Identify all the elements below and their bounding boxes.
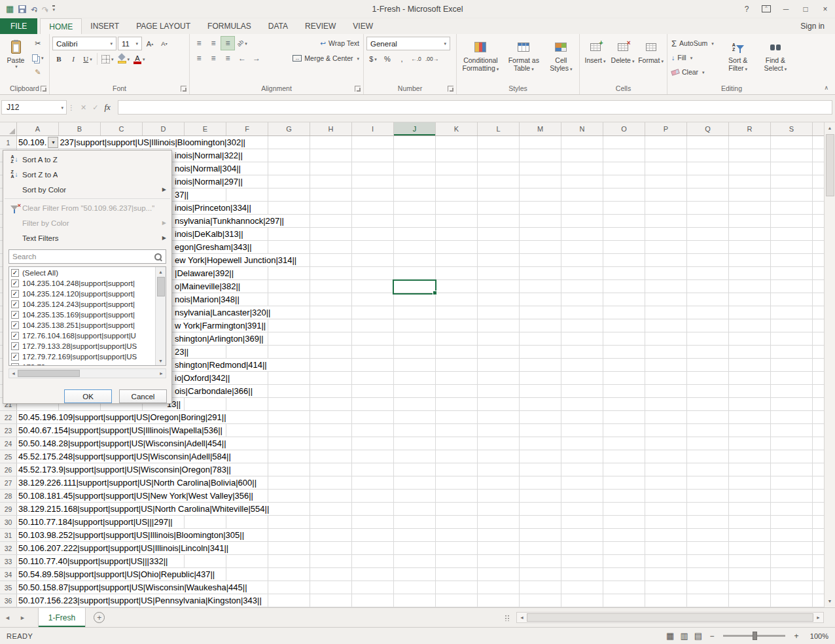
checkbox-checked-icon[interactable]: ✓: [11, 269, 19, 277]
middle-align-button[interactable]: ≡: [207, 37, 220, 50]
column-header-d[interactable]: D: [143, 122, 185, 135]
decrease-font-size-button[interactable]: A▾: [158, 37, 171, 50]
filter-value-item[interactable]: ✓104.235.135.169|support|support|: [10, 310, 154, 320]
checkbox-checked-icon[interactable]: ✓: [11, 300, 19, 308]
selected-cell-j12[interactable]: [393, 279, 436, 295]
ok-button[interactable]: OK: [64, 389, 112, 403]
cell-text[interactable]: 38.129.215.168|support|support|US|North …: [17, 503, 270, 515]
column-header-k[interactable]: K: [436, 122, 478, 135]
filter-value-item[interactable]: ✓104.235.124.243|support|support|: [10, 299, 154, 310]
cell-text[interactable]: 237|support|support|US|Illinois|Blooming…: [58, 136, 247, 149]
select-all-corner[interactable]: [0, 122, 17, 135]
scroll-right-icon[interactable]: ►: [813, 615, 823, 620]
borders-button[interactable]: ▾: [100, 52, 115, 65]
checkbox-checked-icon[interactable]: ✓: [11, 332, 19, 340]
close-button[interactable]: ×: [815, 1, 835, 17]
checkbox-checked-icon[interactable]: ✓: [11, 290, 19, 298]
scroll-left-icon[interactable]: ◄: [11, 371, 16, 376]
number-dialog-launcher[interactable]: [448, 86, 453, 92]
autofilter-dropdown-button[interactable]: ▼: [48, 137, 58, 148]
cell-text[interactable]: 50.40.67.154|support|support|US|Illinois…: [17, 424, 224, 437]
cell-text[interactable]: shington|Redmond|414||: [173, 359, 268, 371]
cell-text[interactable]: egon|Gresham|343||: [173, 241, 253, 253]
center-button[interactable]: ≡: [207, 52, 220, 65]
tab-data[interactable]: DATA: [260, 18, 296, 34]
cell-text[interactable]: 50.50.148.28|support|support|US|Wisconsi…: [17, 437, 228, 450]
row-header-25[interactable]: 25: [0, 450, 17, 463]
delete-cells-button[interactable]: × Delete▾: [610, 37, 635, 82]
format-as-table-button[interactable]: Format as Table▾: [504, 37, 544, 82]
insert-cells-button[interactable]: + Insert▾: [582, 37, 608, 82]
cell-text[interactable]: 50.110.77.184|support|support|US|||297||: [17, 516, 174, 528]
column-header-i[interactable]: I: [352, 122, 394, 135]
scrollbar-thumb[interactable]: [527, 613, 813, 622]
tab-insert[interactable]: INSERT: [82, 18, 128, 34]
menu-item-sort-by-color[interactable]: Sort by Color ▶: [3, 182, 171, 197]
row-header-24[interactable]: 24: [0, 437, 17, 450]
cell-text[interactable]: inois|Normal|322||: [173, 149, 244, 162]
cell-text[interactable]: ois|Carbondale|366||: [173, 385, 254, 397]
cell-text[interactable]: nsylvania|Lancaster|320||: [173, 306, 272, 319]
filter-list-scrollbar[interactable]: ▲ ▼: [155, 267, 166, 365]
formula-input[interactable]: [118, 100, 832, 115]
clipboard-dialog-launcher[interactable]: [41, 86, 46, 92]
column-header-f[interactable]: F: [226, 122, 268, 135]
column-header-s[interactable]: S: [771, 122, 813, 135]
underline-button[interactable]: U▾: [81, 52, 94, 65]
top-align-button[interactable]: ≡: [192, 37, 205, 50]
cell-text[interactable]: inois|DeKalb|313||: [173, 228, 245, 240]
tab-formulas[interactable]: FORMULAS: [199, 18, 260, 34]
cell-text[interactable]: 45.52.175.248|support|support|US|Wiscons…: [17, 450, 232, 463]
row-header-1[interactable]: 1: [0, 136, 17, 149]
scrollbar-thumb[interactable]: [826, 134, 834, 196]
cell-text[interactable]: 50.110.77.40|support|support|US|||332||: [17, 555, 169, 567]
find-select-button[interactable]: Find & Select▾: [758, 37, 793, 82]
conditional-formatting-button[interactable]: Conditional Formatting▾: [459, 37, 502, 82]
previous-sheet-button[interactable]: ◄: [0, 615, 15, 621]
column-header-r[interactable]: R: [729, 122, 771, 135]
enter-entry-icon[interactable]: ✓: [92, 103, 98, 112]
menu-item-sort-z-to-a[interactable]: ZA↓ Sort Z to A: [3, 167, 171, 182]
decrease-indent-button[interactable]: ←: [236, 52, 249, 65]
cell-text[interactable]: w York|Farmington|391||: [173, 319, 267, 332]
tab-review[interactable]: REVIEW: [296, 18, 344, 34]
checkbox-checked-icon[interactable]: ✓: [11, 311, 19, 319]
tab-page-layout[interactable]: PAGE LAYOUT: [128, 18, 199, 34]
page-break-preview-button[interactable]: ▤: [694, 631, 702, 641]
cell-text[interactable]: nsylvania|Tunkhannock|297||: [173, 215, 285, 227]
row-header-31[interactable]: 31: [0, 529, 17, 541]
column-header-j[interactable]: J: [394, 122, 436, 135]
worksheet[interactable]: 150.109.▼237|support|support|US|Illinois…: [0, 136, 835, 607]
column-header-h[interactable]: H: [310, 122, 352, 135]
clear-button[interactable]: Clear▾: [670, 65, 719, 79]
normal-view-button[interactable]: ▦: [666, 631, 674, 641]
scrollbar-thumb[interactable]: [18, 370, 80, 377]
cell-text[interactable]: 50.45.196.109|support|support|US|Oregon|…: [17, 411, 228, 423]
cell-text[interactable]: io|Oxford|342||: [173, 372, 231, 384]
fill-button[interactable]: ↓Fill▾: [670, 51, 719, 64]
next-sheet-button[interactable]: ►: [15, 615, 30, 621]
save-button[interactable]: [18, 5, 26, 13]
merge-center-button[interactable]: ↔Merge & Center▾: [291, 52, 361, 65]
ribbon-display-options-button[interactable]: ^: [756, 1, 776, 17]
redo-button[interactable]: ↷▾: [42, 3, 48, 15]
checkbox-checked-icon[interactable]: ✓: [11, 279, 19, 287]
sheet-tab-1-fresh[interactable]: 1-Fresh: [38, 608, 86, 627]
tab-file[interactable]: FILE: [0, 18, 37, 34]
increase-font-size-button[interactable]: A▴: [143, 37, 156, 50]
menu-item-text-filters[interactable]: Text Filters ▶: [3, 230, 171, 245]
cell-text[interactable]: 50.106.207.222|support|support|US|Illino…: [17, 542, 230, 554]
cell-text[interactable]: 23||: [173, 346, 190, 358]
zoom-slider[interactable]: [723, 635, 785, 637]
increase-decimal-button[interactable]: ←.0: [410, 52, 423, 65]
vertical-scrollbar[interactable]: ▲ ▼: [824, 122, 835, 607]
row-header-35[interactable]: 35: [0, 581, 17, 594]
scroll-right-icon[interactable]: ►: [159, 371, 164, 376]
tab-view[interactable]: VIEW: [344, 18, 382, 34]
font-size-select[interactable]: 11▾: [118, 37, 142, 50]
cell-text[interactable]: nois|Normal|304||: [173, 162, 242, 175]
wrap-text-button[interactable]: ↩Wrap Text: [319, 37, 361, 50]
row-header-29[interactable]: 29: [0, 503, 17, 515]
comma-style-button[interactable]: ,: [395, 52, 408, 65]
orientation-button[interactable]: ab▾: [236, 37, 249, 50]
